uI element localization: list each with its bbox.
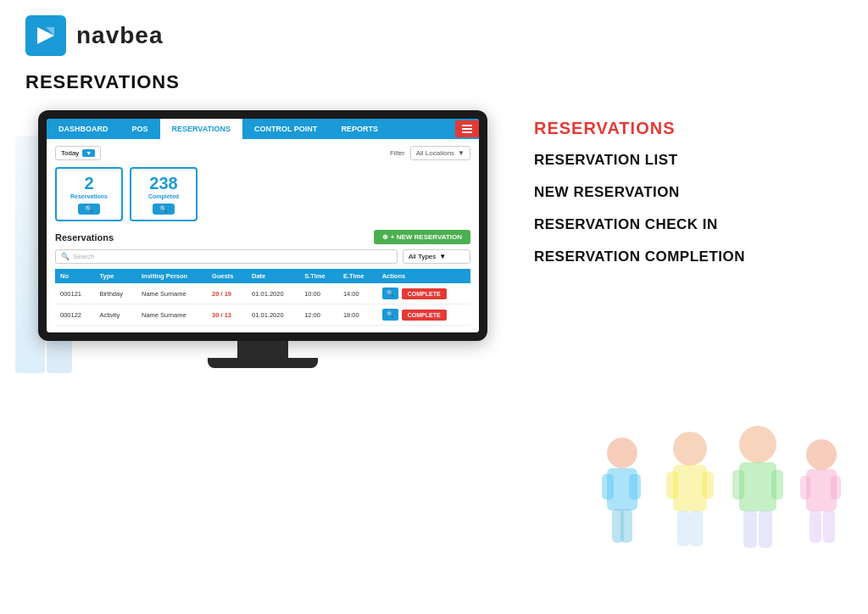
nav-bar: DASHBOARD POS RESERVATIONS CONTROL POINT… xyxy=(47,119,479,139)
stat-reservations-number: 2 xyxy=(69,174,109,193)
people-illustration xyxy=(571,394,860,597)
svg-point-11 xyxy=(673,432,707,466)
stat-completed-number: 238 xyxy=(143,174,184,193)
cell-actions: 🔍 COMPLETE xyxy=(377,304,470,326)
reservations-header: Reservations ⊕ + NEW RESERVATION xyxy=(55,230,470,244)
table-row: 000122 Activity Name Surname 30 / 13 01.… xyxy=(55,304,470,326)
svg-rect-22 xyxy=(759,511,772,548)
svg-rect-25 xyxy=(800,476,810,500)
reservations-table: No Type Inviting Person Guests Date S.Ti… xyxy=(55,269,470,326)
nav-reports[interactable]: REPORTS xyxy=(329,119,390,139)
stat-completed-search[interactable]: 🔍 xyxy=(153,204,175,215)
svg-point-23 xyxy=(806,439,837,470)
complete-button[interactable]: COMPLETE xyxy=(402,288,447,299)
svg-rect-20 xyxy=(771,470,783,500)
right-menu-item-3[interactable]: RESERVATION COMPLETION xyxy=(534,248,851,265)
nav-menu-icon[interactable] xyxy=(455,120,479,137)
right-menu-item-0[interactable]: RESERVATION LIST xyxy=(534,152,851,169)
svg-rect-16 xyxy=(690,511,703,546)
cell-person: Name Surname xyxy=(136,304,207,326)
search-placeholder-text: Search xyxy=(73,253,94,260)
search-input-wrap[interactable]: 🔍 Search xyxy=(55,249,398,264)
monitor-outer: DASHBOARD POS RESERVATIONS CONTROL POINT… xyxy=(38,110,487,341)
date-label: Today xyxy=(61,149,79,157)
table-row: 000121 Birthday Name Surname 20 / 19 01.… xyxy=(55,283,470,304)
nav-dashboard[interactable]: DASHBOARD xyxy=(47,119,120,139)
cell-guests: 20 / 19 xyxy=(207,283,247,304)
location-label: All Locations xyxy=(416,149,454,157)
type-dropdown[interactable]: All Types ▼ xyxy=(403,249,470,264)
cell-guests: 30 / 13 xyxy=(207,304,247,326)
cell-no: 000121 xyxy=(55,283,94,304)
cell-actions: 🔍 COMPLETE xyxy=(377,283,470,304)
svg-rect-26 xyxy=(831,476,841,500)
nav-pos[interactable]: POS xyxy=(120,119,160,139)
svg-rect-15 xyxy=(677,511,690,546)
cell-type: Birthday xyxy=(94,283,136,304)
nav-reservations[interactable]: RESERVATIONS xyxy=(160,119,243,139)
stat-reservations: 2 Reservations 🔍 xyxy=(55,167,123,221)
cell-etime: 14:00 xyxy=(338,283,377,304)
col-type: Type xyxy=(94,269,136,283)
stat-reservations-label: Reservations xyxy=(69,193,109,199)
search-icon: 🔍 xyxy=(61,253,70,260)
main-layout: DASHBOARD POS RESERVATIONS CONTROL POINT… xyxy=(0,102,868,377)
col-actions: Actions xyxy=(377,269,470,283)
svg-point-5 xyxy=(607,438,637,468)
logo-text: navbea xyxy=(76,22,164,49)
reservations-section-title: Reservations xyxy=(55,232,114,243)
hamburger-icon xyxy=(462,125,472,133)
right-menu-item-2[interactable]: RESERVATION CHECK IN xyxy=(534,216,851,233)
cell-etime: 18:00 xyxy=(338,304,377,326)
right-menu: RESERVATION LISTNEW RESERVATIONRESERVATI… xyxy=(534,152,851,265)
col-date: Date xyxy=(247,269,299,283)
svg-rect-2 xyxy=(462,125,472,126)
type-arrow-icon: ▼ xyxy=(439,253,446,260)
stat-completed-label: Completed xyxy=(143,193,184,199)
col-guests: Guests xyxy=(207,269,247,283)
right-panel-title: RESERVATIONS xyxy=(534,119,851,138)
location-dropdown[interactable]: All Locations ▼ xyxy=(410,146,470,160)
row-search-button[interactable]: 🔍 xyxy=(382,287,398,299)
svg-rect-8 xyxy=(629,474,641,500)
logo-box xyxy=(25,15,66,56)
new-reservation-label: + NEW RESERVATION xyxy=(391,233,462,241)
nav-control-point[interactable]: CONTROL POINT xyxy=(242,119,329,139)
col-stime: S.Time xyxy=(299,269,338,283)
screen-content: Today ▼ Filter All Locations ▼ xyxy=(47,139,479,332)
complete-button[interactable]: COMPLETE xyxy=(402,310,447,321)
svg-rect-19 xyxy=(732,470,744,500)
page-title: RESERVATIONS xyxy=(0,71,868,102)
stand-base xyxy=(208,358,318,368)
cell-date: 01.01.2020 xyxy=(247,304,299,326)
search-row: 🔍 Search All Types ▼ xyxy=(55,249,470,264)
stat-reservations-search[interactable]: 🔍 xyxy=(78,204,100,215)
cell-no: 000122 xyxy=(55,304,94,326)
cell-date: 01.01.2020 xyxy=(247,283,299,304)
date-arrow-icon: ▼ xyxy=(82,149,95,157)
stats-row: 2 Reservations 🔍 238 Completed 🔍 xyxy=(55,167,470,221)
cell-person: Name Surname xyxy=(136,283,207,304)
svg-rect-28 xyxy=(823,511,835,543)
logo-icon xyxy=(34,24,58,47)
stat-completed: 238 Completed 🔍 xyxy=(130,167,198,221)
monitor-section: DASHBOARD POS RESERVATIONS CONTROL POINT… xyxy=(8,102,517,377)
cell-stime: 12:00 xyxy=(299,304,338,326)
right-panel: RESERVATIONS RESERVATION LISTNEW RESERVA… xyxy=(517,102,860,377)
svg-rect-21 xyxy=(743,511,757,548)
row-search-button[interactable]: 🔍 xyxy=(382,309,398,321)
cell-type: Activity xyxy=(94,304,136,326)
filter-row: Today ▼ Filter All Locations ▼ xyxy=(55,146,470,160)
new-reservation-button[interactable]: ⊕ + NEW RESERVATION xyxy=(374,230,470,244)
monitor-screen: DASHBOARD POS RESERVATIONS CONTROL POINT… xyxy=(47,119,479,332)
col-no: No xyxy=(55,269,94,283)
filter-right: Filter All Locations ▼ xyxy=(390,146,470,160)
svg-rect-18 xyxy=(739,462,776,511)
svg-rect-14 xyxy=(702,472,714,499)
date-dropdown[interactable]: Today ▼ xyxy=(55,146,101,160)
cell-stime: 10:00 xyxy=(299,283,338,304)
svg-rect-7 xyxy=(602,474,614,500)
right-menu-item-1[interactable]: NEW RESERVATION xyxy=(534,184,851,201)
col-etime: E.Time xyxy=(338,269,377,283)
svg-rect-3 xyxy=(462,128,472,130)
